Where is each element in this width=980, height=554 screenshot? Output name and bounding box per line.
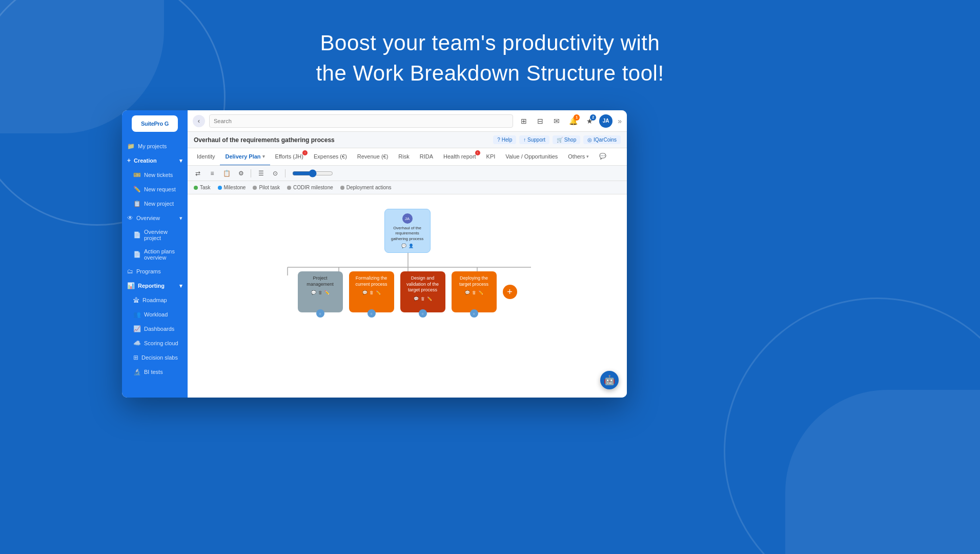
sidebar-item-my-projects[interactable]: 📁 My projects bbox=[122, 140, 188, 153]
collapse-btn[interactable]: » bbox=[618, 117, 622, 125]
support-button[interactable]: ↑ Support bbox=[519, 135, 549, 144]
tab-rida[interactable]: RIDA bbox=[415, 148, 438, 166]
tab-others[interactable]: Others ▾ bbox=[563, 148, 594, 166]
plus-icon: + bbox=[127, 157, 131, 164]
node-label: Project management bbox=[302, 275, 339, 287]
chevron-icon: ▾ bbox=[179, 215, 182, 222]
node-action-icons: 💬 🗑 ✏️ bbox=[302, 290, 339, 295]
trash-icon[interactable]: 🗑 bbox=[472, 290, 476, 295]
sidebar-item-overview-project[interactable]: 📄 Overview project bbox=[122, 226, 188, 244]
bg-blob-bottom-right bbox=[785, 390, 980, 554]
legend-milestone: Milestone bbox=[218, 185, 246, 190]
trash-icon[interactable]: 🗑 bbox=[318, 290, 322, 295]
comment-icon[interactable]: 💬 bbox=[311, 290, 316, 295]
bell-badge: 1 bbox=[574, 114, 580, 121]
wbs-root-node[interactable]: JA Overhaul of the requirements gatherin… bbox=[384, 209, 431, 253]
sidebar-item-creation[interactable]: + Creation ▾ bbox=[122, 154, 188, 167]
tab-kpi[interactable]: KPI bbox=[481, 148, 501, 166]
hero-line1: Boost your team's productivity with bbox=[320, 31, 660, 55]
node-status-icon: ○ bbox=[419, 309, 427, 318]
root-avatar: JA bbox=[402, 213, 413, 224]
chevron-icon: ▾ bbox=[179, 283, 182, 289]
comment-icon[interactable]: 💬 bbox=[362, 290, 368, 295]
tab-delivery-plan[interactable]: Delivery Plan ▾ bbox=[220, 148, 270, 166]
pencil-icon: ✏️ bbox=[133, 186, 141, 193]
node-action-icons: 💬 🗑 ✏️ bbox=[404, 296, 441, 301]
email-icon-btn[interactable]: ✉ bbox=[550, 114, 563, 128]
sidebar-item-decision-slabs[interactable]: ⊞ Decision slabs bbox=[122, 351, 188, 364]
toolbar-btn-target[interactable]: ⊙ bbox=[269, 168, 281, 179]
person-icon: 👤 bbox=[409, 244, 414, 248]
tab-expenses[interactable]: Expenses (€) bbox=[309, 148, 352, 166]
sidebar-item-reporting[interactable]: 📊 Reporting ▾ bbox=[122, 279, 188, 292]
toolbar-btn-list[interactable]: ≡ bbox=[206, 168, 218, 179]
sidebar-item-scoring-cloud[interactable]: ☁️ Scoring cloud bbox=[122, 337, 188, 350]
sidebar-item-new-project[interactable]: 📋 New project bbox=[122, 197, 188, 210]
avatar[interactable]: JA bbox=[599, 114, 612, 128]
coins-button[interactable]: ◎ IQarCoins bbox=[583, 135, 621, 144]
sidebar-item-new-request[interactable]: ✏️ New request bbox=[122, 183, 188, 196]
avatar-initials: JA bbox=[603, 118, 609, 124]
pencil-icon[interactable]: ✏️ bbox=[427, 296, 432, 301]
comment-icon: 💬 bbox=[401, 244, 406, 248]
sidebar-item-dashboards[interactable]: 📈 Dashboards bbox=[122, 322, 188, 335]
sidebar-item-overview[interactable]: 👁 Overview ▾ bbox=[122, 211, 188, 225]
chat-icon: 💬 bbox=[599, 153, 606, 160]
sidebar-item-label: Workload bbox=[144, 311, 168, 318]
tab-value-opportunities[interactable]: Value / Opportunities bbox=[500, 148, 563, 166]
trash-icon[interactable]: 🗑 bbox=[421, 296, 425, 301]
sidebar-item-new-tickets[interactable]: 🎫 New tickets bbox=[122, 168, 188, 182]
sidebar-logo[interactable]: SuitePro G bbox=[132, 115, 178, 132]
zoom-slider[interactable] bbox=[292, 169, 333, 177]
tab-revenue[interactable]: Revenue (€) bbox=[352, 148, 394, 166]
deployment-label: Deployment actions bbox=[346, 185, 392, 190]
wbs-children: Project management 💬 🗑 ✏️ ○ Formalizing … bbox=[298, 271, 517, 312]
pencil-icon[interactable]: ✏️ bbox=[376, 290, 381, 295]
wbs-node-deploying[interactable]: Deploying the target process 💬 🗑 ✏️ ○ bbox=[452, 271, 497, 312]
trash-icon[interactable]: 🗑 bbox=[370, 290, 374, 295]
sidebar-item-action-plans[interactable]: 📄 Action plans overview bbox=[122, 245, 188, 264]
toolbar-btn-arrows[interactable]: ⇄ bbox=[192, 168, 204, 179]
wbs-node-design-validation[interactable]: Design and validation of the target proc… bbox=[400, 271, 445, 312]
sidebar-item-label: New tickets bbox=[144, 172, 173, 178]
toolbar-btn-file[interactable]: 📋 bbox=[220, 168, 233, 179]
comment-icon[interactable]: 💬 bbox=[465, 290, 470, 295]
topbar: ‹ ⊞ ⊟ ✉ 🔔 1 ★ 2 JA » bbox=[188, 110, 627, 132]
search-input[interactable] bbox=[209, 114, 513, 128]
grid-small-icon-btn[interactable]: ⊞ bbox=[517, 114, 530, 128]
app-window: SuitePro G 📁 My projects + Creation ▾ 🎫 … bbox=[122, 110, 627, 398]
tab-chat[interactable]: 💬 bbox=[594, 148, 611, 166]
others-dropdown-arrow: ▾ bbox=[586, 154, 589, 159]
tab-risk[interactable]: Risk bbox=[393, 148, 414, 166]
grid-large-icon-btn[interactable]: ⊟ bbox=[534, 114, 547, 128]
legend-deployment: Deployment actions bbox=[340, 185, 392, 190]
pencil-icon[interactable]: ✏️ bbox=[324, 290, 330, 295]
bell-icon-btn[interactable]: 🔔 1 bbox=[566, 114, 580, 128]
sidebar-item-bi-tests[interactable]: 🔬 BI tests bbox=[122, 365, 188, 379]
bar-chart-icon: 📈 bbox=[133, 325, 141, 332]
sidebar-item-programs[interactable]: 🗂 Programs bbox=[122, 265, 188, 278]
sidebar-item-workload[interactable]: 👥 Workload bbox=[122, 308, 188, 321]
comment-icon[interactable]: 💬 bbox=[414, 296, 419, 301]
toolbar-btn-settings[interactable]: ⚙ bbox=[235, 168, 247, 179]
back-button[interactable]: ‹ bbox=[193, 115, 205, 127]
wbs-node-formalizing[interactable]: Formalizing the current process 💬 🗑 ✏️ ○ bbox=[349, 271, 394, 312]
sidebar-item-label: My projects bbox=[138, 143, 167, 149]
wbs-node-project-management[interactable]: Project management 💬 🗑 ✏️ ○ bbox=[298, 271, 343, 312]
shop-button[interactable]: 🛒 Shop bbox=[553, 135, 580, 144]
road-icon: 🛣 bbox=[133, 296, 139, 304]
chatbot-button[interactable]: 🤖 bbox=[600, 371, 619, 389]
tab-health-report[interactable]: Health report ! bbox=[438, 148, 481, 166]
node-status-icon: ○ bbox=[316, 309, 324, 318]
sidebar-item-roadmap[interactable]: 🛣 Roadmap bbox=[122, 293, 188, 307]
ticket-icon: 🎫 bbox=[133, 171, 141, 179]
help-button[interactable]: ? Help bbox=[493, 135, 516, 144]
star-icon-btn[interactable]: ★ 2 bbox=[583, 114, 596, 128]
sidebar-item-label: Roadmap bbox=[142, 297, 167, 303]
chatbot-icon: 🤖 bbox=[604, 374, 615, 386]
toolbar-btn-menu[interactable]: ☰ bbox=[255, 168, 267, 179]
pencil-icon[interactable]: ✏️ bbox=[478, 290, 483, 295]
tab-identity[interactable]: Identity bbox=[192, 148, 220, 166]
add-node-button[interactable]: + bbox=[503, 285, 517, 299]
tab-efforts[interactable]: Efforts (JH) ! bbox=[270, 148, 309, 166]
